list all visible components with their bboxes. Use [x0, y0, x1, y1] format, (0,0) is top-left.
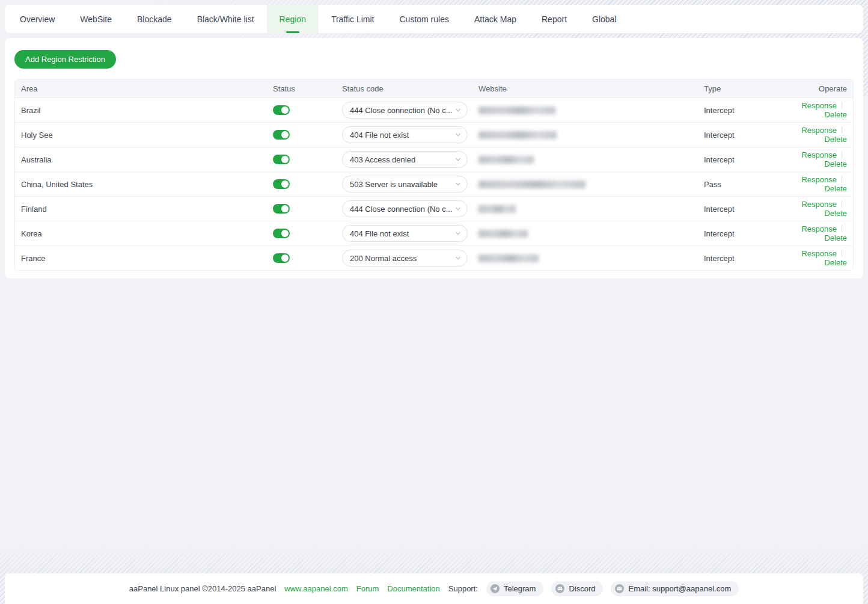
- aapanel-site-link[interactable]: www.aapanel.com: [284, 584, 348, 593]
- toggle-knob: [281, 106, 289, 114]
- table-header-row: Area Status Status code Website Type Ope…: [15, 79, 853, 97]
- discord-icon: [555, 584, 564, 593]
- toggle-knob: [281, 180, 289, 188]
- status-toggle[interactable]: [273, 229, 290, 238]
- table-row: Brazil 444 Close connection (No c... Int…: [15, 97, 853, 122]
- tab-bar: Overview WebSite Blockade Black/White li…: [5, 5, 863, 33]
- table-row: Korea 404 File not exist Intercept Respo…: [15, 221, 853, 245]
- type-cell: Intercept: [704, 155, 784, 164]
- tab-traffic-limit[interactable]: Traffic Limit: [319, 5, 387, 33]
- status-toggle[interactable]: [273, 105, 290, 115]
- support-badges: Telegram Discord Email: support@aapanel.…: [486, 581, 739, 596]
- delete-link[interactable]: Delete: [824, 258, 847, 267]
- operate-divider: [842, 126, 842, 134]
- status-code-select[interactable]: 404 File not exist: [342, 126, 468, 143]
- footer: aaPanel Linux panel ©2014-2025 aaPanel w…: [5, 573, 863, 604]
- add-region-restriction-button[interactable]: Add Region Restriction: [14, 50, 116, 69]
- website-blurred: [478, 106, 555, 114]
- status-code-select[interactable]: 403 Access denied: [342, 151, 468, 168]
- type-cell: Intercept: [704, 131, 784, 140]
- response-link[interactable]: Response: [801, 126, 837, 135]
- status-code-value: 403 Access denied: [350, 155, 455, 164]
- status-toggle[interactable]: [273, 155, 290, 164]
- chevron-down-icon: [455, 206, 461, 212]
- status-code-select[interactable]: 444 Close connection (No c...: [342, 102, 468, 119]
- table-row: Holy See 404 File not exist Intercept Re…: [15, 122, 853, 147]
- type-cell: Intercept: [704, 254, 784, 263]
- toggle-knob: [281, 156, 289, 163]
- tab-custom-rules[interactable]: Custom rules: [387, 5, 462, 33]
- tab-blockade[interactable]: Blockade: [124, 5, 185, 33]
- status-toggle[interactable]: [273, 130, 290, 140]
- table-row: China, United States 503 Server is unava…: [15, 171, 853, 196]
- status-toggle[interactable]: [273, 204, 290, 214]
- chevron-down-icon: [455, 132, 461, 138]
- tab-region[interactable]: Region: [267, 5, 319, 33]
- tab-black-white-list[interactable]: Black/White list: [185, 5, 267, 33]
- chevron-down-icon: [455, 255, 461, 261]
- chevron-down-icon: [455, 156, 461, 162]
- header-status: Status: [273, 84, 342, 93]
- delete-link[interactable]: Delete: [824, 209, 847, 218]
- discord-badge[interactable]: Discord: [551, 581, 603, 596]
- response-link[interactable]: Response: [801, 150, 837, 159]
- status-code-value: 200 Normal access: [350, 254, 455, 263]
- delete-link[interactable]: Delete: [824, 110, 847, 119]
- response-link[interactable]: Response: [801, 175, 837, 184]
- type-cell: Intercept: [704, 205, 784, 214]
- area-cell: China, United States: [15, 180, 273, 189]
- website-blurred: [478, 205, 516, 213]
- type-cell: Pass: [704, 180, 784, 189]
- toggle-knob: [281, 230, 289, 237]
- table-row: France 200 Normal access Intercept Respo…: [15, 245, 853, 270]
- status-code-select[interactable]: 444 Close connection (No c...: [342, 200, 468, 217]
- toggle-knob: [281, 131, 289, 138]
- area-cell: Finland: [15, 205, 273, 214]
- operate-divider: [842, 250, 842, 257]
- forum-link[interactable]: Forum: [356, 584, 379, 593]
- response-link[interactable]: Response: [801, 101, 837, 110]
- type-cell: Intercept: [704, 106, 784, 115]
- operate-divider: [842, 225, 842, 232]
- delete-link[interactable]: Delete: [824, 233, 847, 242]
- delete-link[interactable]: Delete: [824, 184, 847, 193]
- website-blurred: [478, 180, 585, 188]
- website-blurred: [478, 156, 534, 164]
- delete-link[interactable]: Delete: [824, 159, 847, 168]
- telegram-badge[interactable]: Telegram: [486, 581, 543, 596]
- response-link[interactable]: Response: [801, 249, 837, 258]
- operate-divider: [842, 176, 842, 183]
- tab-global[interactable]: Global: [579, 5, 629, 33]
- tab-website[interactable]: WebSite: [67, 5, 124, 33]
- header-operate: Operate: [784, 84, 853, 93]
- area-cell: France: [15, 254, 273, 263]
- table-row: Australia 403 Access denied Intercept Re…: [15, 147, 853, 171]
- status-toggle[interactable]: [273, 253, 290, 263]
- operate-divider: [842, 200, 842, 208]
- status-code-value: 444 Close connection (No c...: [350, 106, 455, 115]
- status-code-value: 404 File not exist: [350, 131, 455, 140]
- response-link[interactable]: Response: [801, 200, 837, 209]
- status-code-select[interactable]: 200 Normal access: [342, 250, 468, 267]
- area-cell: Brazil: [15, 106, 273, 115]
- header-website: Website: [478, 84, 704, 93]
- status-code-select[interactable]: 503 Server is unavailable: [342, 176, 468, 193]
- status-toggle[interactable]: [273, 179, 290, 189]
- support-label: Support:: [448, 584, 478, 593]
- delete-link[interactable]: Delete: [824, 135, 847, 144]
- website-blurred: [478, 131, 557, 139]
- region-table: Area Status Status code Website Type Ope…: [14, 79, 854, 271]
- header-type: Type: [704, 84, 784, 93]
- website-blurred: [478, 230, 528, 238]
- status-code-value: 404 File not exist: [350, 229, 455, 238]
- response-link[interactable]: Response: [801, 224, 837, 233]
- documentation-link[interactable]: Documentation: [387, 584, 439, 593]
- tab-overview[interactable]: Overview: [7, 5, 67, 33]
- email-badge[interactable]: Email: support@aapanel.com: [611, 581, 739, 596]
- tab-report[interactable]: Report: [529, 5, 579, 33]
- status-code-select[interactable]: 404 File not exist: [342, 225, 468, 242]
- telegram-label: Telegram: [504, 584, 536, 593]
- status-code-value: 503 Server is unavailable: [350, 180, 455, 189]
- email-label: Email: support@aapanel.com: [628, 584, 731, 593]
- tab-attack-map[interactable]: Attack Map: [462, 5, 529, 33]
